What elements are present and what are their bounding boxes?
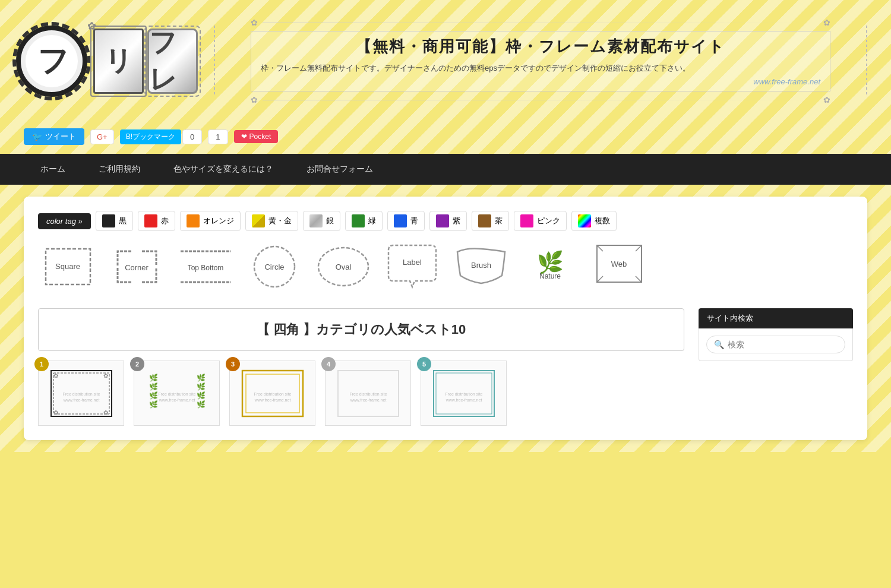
shape-brush[interactable]: Brush (451, 243, 511, 290)
swatch-black (102, 214, 115, 227)
bottom-section: 【 四角 】カテゴリの人気ベスト10 1 (38, 308, 853, 426)
color-btn-multi[interactable]: 複数 (571, 211, 617, 231)
svg-text:🌿: 🌿 (197, 382, 206, 391)
ranking-section: 【 四角 】カテゴリの人気ベスト10 1 (38, 308, 684, 426)
color-btn-silver[interactable]: 銀 (303, 211, 340, 231)
shape-web[interactable]: Web (589, 243, 649, 290)
nav-howto[interactable]: 色やサイズを変えるには？ (157, 154, 290, 185)
deco-flower-bl: ✿ (251, 95, 258, 105)
svg-text:🌿: 🌿 (197, 373, 206, 382)
label-icon: Label (383, 243, 442, 290)
svg-text:Oval: Oval (336, 263, 352, 271)
svg-text:Circle: Circle (264, 263, 284, 271)
shape-row: Square (38, 243, 853, 290)
nav-contact[interactable]: お問合せフォーム (290, 154, 390, 185)
svg-text:🌿: 🌿 (197, 391, 206, 400)
twitter-icon: 🐦 (32, 132, 42, 141)
deco-flower-tl: ✿ (251, 18, 258, 27)
svg-text:✿: ✿ (53, 372, 58, 379)
swatch-pink (520, 214, 533, 227)
social-bar: 🐦 ツイート G+ B!ブックマーク 0 1 ❤ Pocket (0, 122, 891, 154)
color-btn-orange[interactable]: オレンジ (180, 211, 241, 231)
site-subtitle: 枠・フレーム無料配布サイトです。デザイナーさんのための無料epsデータですのでデ… (261, 62, 820, 75)
shape-label[interactable]: Label (383, 243, 442, 290)
svg-text:www.free-frame.net: www.free-frame.net (158, 398, 195, 402)
tweet-button[interactable]: 🐦 ツイート (24, 128, 84, 145)
ranking-item-2[interactable]: 2 🌿 🌿 🌿 🌿 🌿 (134, 361, 220, 426)
shape-corner[interactable]: Corner (107, 243, 166, 290)
swatch-rainbow (578, 214, 591, 227)
rank-img-4: Free distribution site www.free-frame.ne… (325, 361, 411, 426)
svg-text:Corner: Corner (125, 263, 148, 272)
rank-img-1: Free distribution site www.free-frame.ne… (38, 361, 124, 426)
swatch-blue (394, 214, 407, 227)
color-btn-brown[interactable]: 茶 (472, 211, 509, 231)
shape-circle[interactable]: Circle (245, 243, 304, 290)
brush-icon: Brush (451, 243, 511, 290)
site-header: フ リ フレ ✿ (0, 0, 891, 122)
svg-text:🌿: 🌿 (149, 391, 158, 400)
shape-oval[interactable]: Oval (314, 243, 373, 290)
sidebar-section: サイト内検索 🔍 (699, 308, 853, 426)
bookmark-button[interactable]: B!ブックマーク (120, 129, 181, 144)
color-btn-pink[interactable]: ピンク (514, 211, 567, 231)
search-input-row[interactable]: 🔍 (706, 336, 845, 353)
square-icon: Square (38, 243, 97, 290)
svg-text:Free distribution site: Free distribution site (62, 392, 100, 396)
ranking-item-5[interactable]: 5 Free distribution site www.free-frame.… (421, 361, 507, 426)
swatch-silver (309, 214, 323, 227)
shape-topbottom[interactable]: Top Bottom (176, 243, 235, 290)
svg-text:Square: Square (55, 262, 80, 271)
nav-terms[interactable]: ご利用規約 (82, 154, 157, 185)
logo-sq-1: リ (93, 29, 144, 94)
svg-text:Nature: Nature (539, 272, 561, 280)
color-btn-blue[interactable]: 青 (387, 211, 425, 231)
nav-home[interactable]: ホーム (24, 154, 82, 185)
svg-text:Free distribution site: Free distribution site (349, 392, 387, 396)
swatch-brown (478, 214, 491, 227)
color-btn-red[interactable]: 赤 (138, 211, 175, 231)
gplus-button[interactable]: G+ (90, 129, 114, 144)
color-tag-row: color tag » 黒 赤 オレンジ (38, 211, 853, 231)
rank-img-2: 🌿 🌿 🌿 🌿 🌿 🌿 🌿 🌿 Free distributio (134, 361, 220, 426)
search-input[interactable] (728, 340, 838, 349)
deco-flower-br: ✿ (823, 95, 830, 105)
nature-icon: 🌿 Nature (520, 243, 580, 290)
color-btn-black[interactable]: 黒 (96, 211, 133, 231)
svg-text:✿: ✿ (103, 372, 108, 379)
ranking-item-4[interactable]: 4 Free distribution site www.free-frame.… (325, 361, 411, 426)
header-right: ✿ ✿ 【無料・商用可能】枠・フレーム素材配布サイト 枠・フレーム無料配布サイト… (239, 12, 842, 110)
logo-circle: フ (16, 26, 87, 97)
svg-text:Label: Label (403, 258, 422, 267)
svg-text:🌿: 🌿 (537, 249, 564, 275)
main-title-box: 【無料・商用可能】枠・フレーム素材配布サイト 枠・フレーム無料配布サイトです。デ… (251, 31, 830, 91)
ranking-items: 1 Free distribution site www.free-frame.… (38, 361, 684, 426)
color-btn-yellow[interactable]: 黄・金 (245, 211, 298, 231)
svg-text:www.free-frame.net: www.free-frame.net (254, 398, 290, 402)
rank-img-5: Free distribution site www.free-frame.ne… (421, 361, 507, 426)
rank-img-3: Free distribution site www.free-frame.ne… (229, 361, 315, 426)
pocket-button[interactable]: ❤ Pocket (234, 130, 279, 143)
shape-square[interactable]: Square (38, 243, 97, 290)
svg-text:Brush: Brush (471, 261, 491, 270)
bookmark-count: 0 (182, 129, 202, 144)
color-btn-purple[interactable]: 紫 (429, 211, 467, 231)
svg-text:www.free-frame.net: www.free-frame.net (62, 398, 99, 402)
search-title: サイト内検索 (699, 308, 853, 328)
svg-text:Free distribution site: Free distribution site (158, 392, 195, 396)
svg-text:Top Bottom: Top Bottom (187, 264, 223, 272)
vertical-deco-right (866, 26, 867, 97)
rank-badge-2: 2 (130, 357, 144, 371)
pocket-icon: ❤ (241, 132, 247, 141)
ranking-item-3[interactable]: 3 Free distribution site www.free-frame.… (229, 361, 315, 426)
svg-text:Free distribution site: Free distribution site (445, 392, 482, 396)
navigation: ホーム ご利用規約 色やサイズを変えるには？ お問合せフォーム (0, 154, 891, 185)
ranking-item-1[interactable]: 1 Free distribution site www.free-frame.… (38, 361, 124, 426)
site-url: www.free-frame.net (261, 77, 820, 86)
color-tag-label: color tag » (38, 213, 91, 229)
logo-area[interactable]: フ リ フレ ✿ (24, 14, 190, 109)
rank-badge-1: 1 (34, 357, 49, 371)
shape-nature[interactable]: 🌿 Nature (520, 243, 580, 290)
color-btn-green[interactable]: 緑 (345, 211, 383, 231)
rank-badge-4: 4 (321, 357, 336, 371)
